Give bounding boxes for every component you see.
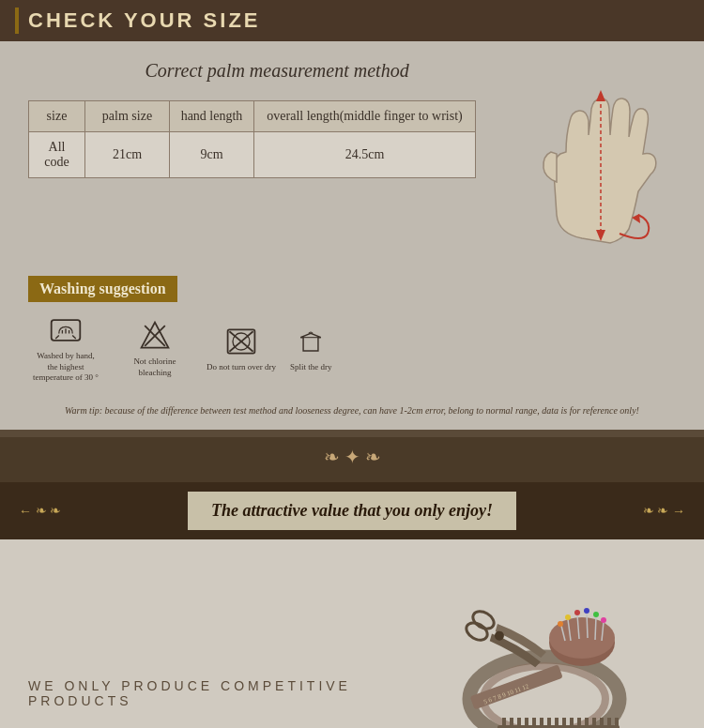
size-table: size palm size hand length overall lengt… xyxy=(28,100,476,178)
ornament-bar: ❧ ✦ ❧ xyxy=(0,437,704,482)
splitdry-label: Split the dry xyxy=(290,362,332,373)
sewing-svg: 5 6 7 8 9 10 11 12 xyxy=(422,568,666,728)
svg-rect-38 xyxy=(517,718,521,727)
cell-hand: 9cm xyxy=(170,132,254,178)
cell-size: All code xyxy=(29,132,85,178)
svg-line-29 xyxy=(595,616,596,640)
banner-text: The attractive value that you only enjoy… xyxy=(211,501,493,520)
col-header-hand: hand length xyxy=(170,101,254,132)
svg-rect-46 xyxy=(577,718,581,727)
nobleach-label: Not chlorine bleaching xyxy=(117,356,192,378)
banner-left-ornament: ← ❧ ❧ xyxy=(19,503,61,519)
svg-point-30 xyxy=(593,612,599,617)
svg-line-27 xyxy=(587,613,588,638)
check-size-section: CHECK YOUR SIZE Correct palm measurement… xyxy=(0,0,704,430)
svg-point-24 xyxy=(565,614,571,620)
table-row: All code 21cm 9cm 24.5cm xyxy=(29,132,476,178)
handwash-icon xyxy=(49,313,83,347)
wash-item-handwash: Washed by hand,the highest temperature o… xyxy=(28,313,103,384)
svg-marker-1 xyxy=(596,90,605,101)
svg-rect-50 xyxy=(607,718,611,727)
competitive-text: WE ONLY PRODUCE COMPETITIVE PRODUCTS xyxy=(28,678,413,708)
svg-rect-39 xyxy=(525,718,528,727)
svg-rect-45 xyxy=(570,718,574,727)
svg-point-34 xyxy=(558,621,563,627)
notumble-label: Do not turn over dry xyxy=(207,362,276,373)
notumble-icon xyxy=(224,325,258,358)
svg-rect-36 xyxy=(502,718,506,727)
svg-rect-49 xyxy=(600,718,604,727)
divider xyxy=(0,430,704,437)
page-title: CHECK YOUR SIZE xyxy=(28,8,261,33)
svg-text:❧ ✦ ❧: ❧ ✦ ❧ xyxy=(324,447,381,467)
nobleach-icon xyxy=(138,319,172,353)
ornament-svg: ❧ ✦ ❧ xyxy=(258,443,446,471)
bottom-section: WE ONLY PRODUCE COMPETITIVE PRODUCTS Sor… xyxy=(0,539,704,728)
svg-rect-44 xyxy=(562,718,566,727)
measurement-left: Correct palm measurement method size pal… xyxy=(28,60,526,197)
svg-rect-40 xyxy=(532,718,536,727)
svg-point-26 xyxy=(574,610,580,615)
svg-rect-43 xyxy=(555,718,559,727)
svg-rect-37 xyxy=(510,718,513,727)
cell-overall: 24.5cm xyxy=(254,132,476,178)
svg-point-20 xyxy=(464,619,491,644)
washing-section: Washing suggestion Washed by hand,the hi… xyxy=(0,266,704,398)
hand-svg xyxy=(530,69,671,257)
wash-item-nobleach: Not chlorine bleaching xyxy=(117,319,192,378)
banner-text-box: The attractive value that you only enjoy… xyxy=(188,492,516,530)
col-header-palm: palm size xyxy=(85,101,170,132)
measurement-section: Correct palm measurement method size pal… xyxy=(0,41,704,266)
bottom-left: WE ONLY PRODUCE COMPETITIVE PRODUCTS Sor… xyxy=(28,678,413,728)
wash-item-notumble: Do not turn over dry xyxy=(207,325,276,373)
svg-rect-48 xyxy=(592,718,596,727)
warm-tip: Warm tip: because of the difference betw… xyxy=(0,398,704,430)
sewing-illustration-container: 5 6 7 8 9 10 11 12 xyxy=(413,568,676,728)
hand-illustration xyxy=(526,60,676,257)
svg-point-32 xyxy=(601,617,606,623)
svg-rect-51 xyxy=(615,718,619,727)
measurement-title: Correct palm measurement method xyxy=(28,60,526,82)
banner-section: ← ❧ ❧ The attractive value that you only… xyxy=(0,482,704,539)
washing-icons: Washed by hand,the highest temperature o… xyxy=(28,313,676,384)
handwash-label: Washed by hand,the highest temperature o… xyxy=(28,351,103,384)
washing-title: Washing suggestion xyxy=(28,276,177,302)
col-header-overall: overall length(middle finger to wrist) xyxy=(254,101,476,132)
cell-palm: 21cm xyxy=(85,132,170,178)
splitdry-icon xyxy=(294,325,328,358)
banner-right-ornament: ❧ ❧ → xyxy=(643,503,685,519)
wash-item-splitdry: Split the dry xyxy=(290,325,332,373)
svg-rect-47 xyxy=(585,718,589,727)
header-bar: CHECK YOUR SIZE xyxy=(0,0,704,41)
col-header-size: size xyxy=(29,101,85,132)
header-accent xyxy=(15,8,19,34)
svg-rect-41 xyxy=(540,718,543,727)
svg-rect-42 xyxy=(547,718,551,727)
svg-point-28 xyxy=(584,608,589,614)
